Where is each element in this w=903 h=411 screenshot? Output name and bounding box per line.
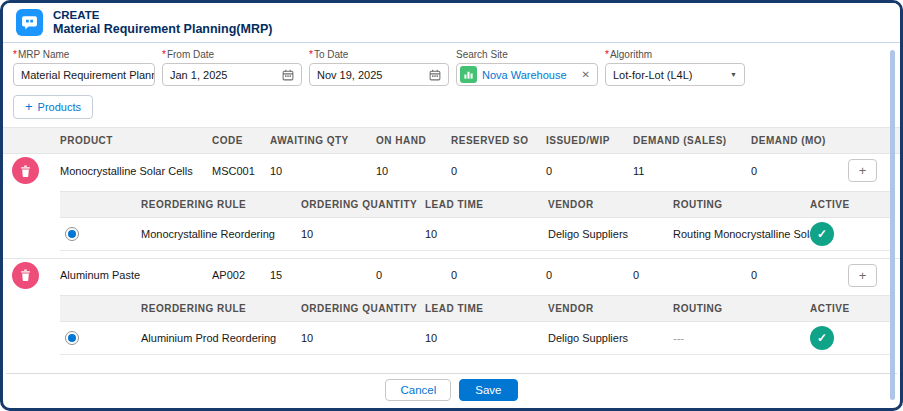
rule-row: Aluminium Prod Reordering 10 10 Deligo S… [60,322,890,355]
col-routing: ROUTING [673,296,810,321]
trash-icon [20,269,31,281]
rule-radio-selected[interactable] [65,227,79,241]
col-product: PRODUCT [60,128,212,153]
modal-titles: CREATE Material Requirement Planning(MRP… [53,8,272,38]
col-active: ACTIVE [810,296,890,321]
rules-table-header: REORDERING RULE ORDERING QUANTITY LEAD T… [60,191,890,218]
cancel-button[interactable]: Cancel [385,379,451,401]
add-products-button[interactable]: + Products [13,95,93,119]
demand-sales-value: 0 [633,269,751,281]
from-date-label: From Date [162,49,302,60]
mrp-name-field-group: MRP Name Material Requirement Planning [13,49,155,86]
mrp-name-input[interactable]: Material Requirement Planning [13,63,155,86]
lead-time-value: 10 [425,228,548,240]
col-vendor: VENDOR [548,296,673,321]
col-code: CODE [212,128,270,153]
col-ordering-quantity: ORDERING QUANTITY [301,192,425,217]
on-hand-value: 0 [376,269,451,281]
vertical-scrollbar[interactable] [890,50,895,400]
mrp-name-label: MRP Name [13,49,155,60]
trash-icon [20,165,31,177]
col-lead-time: LEAD TIME [425,192,548,217]
products-toolbar: + Products [3,93,900,127]
demand-sales-value: 11 [633,165,751,177]
search-site-field-group: Search Site Nova Warehouse ✕ [456,49,598,86]
col-demand-sales: DEMAND (SALES) [633,128,751,153]
ordering-quantity-value: 10 [301,332,425,344]
issued-wip-value: 0 [546,165,633,177]
mrp-create-modal: CREATE Material Requirement Planning(MRP… [0,0,903,411]
from-date-field-group: From Date Jan 1, 2025 [162,49,302,86]
selected-site-link[interactable]: Nova Warehouse [482,69,576,81]
active-check-icon: ✓ [810,326,834,350]
col-ordering-quantity: ORDERING QUANTITY [301,296,425,321]
filter-form: MRP Name Material Requirement Planning F… [3,43,900,93]
col-reordering-rule: REORDERING RULE [141,192,301,217]
calendar-icon[interactable] [282,69,294,81]
routing-value: Routing Monocrystalline Solar Cells [673,228,810,240]
product-code: AP002 [212,269,270,281]
awaiting-qty-value: 15 [270,269,376,281]
rules-table-header: REORDERING RULE ORDERING QUANTITY LEAD T… [60,295,890,322]
plus-icon: + [859,164,867,177]
issued-wip-value: 0 [546,269,633,281]
product-table-header: PRODUCT CODE AWAITING QTY ON HAND RESERV… [3,127,900,154]
col-reordering-rule: REORDERING RULE [141,296,301,321]
vendor-value: Deligo Suppliers [548,228,673,240]
product-name: Aluminum Paste [60,269,212,281]
modal-footer: Cancel Save [6,373,897,405]
demand-mo-value: 0 [751,165,848,177]
mrp-app-icon [16,9,43,36]
awaiting-qty-value: 10 [270,165,376,177]
rule-name: Monocrystalline Reordering [141,228,301,240]
col-issued-wip: ISSUED/WIP [546,128,633,153]
clear-site-icon[interactable]: ✕ [582,69,590,80]
product-row-aluminum-paste: Aluminum Paste AP002 15 0 0 0 0 0 + [3,258,900,291]
to-date-field-group: To Date Nov 19, 2025 [309,49,449,86]
col-vendor: VENDOR [548,192,673,217]
demand-mo-value: 0 [751,269,848,281]
vendor-value: Deligo Suppliers [548,332,673,344]
calendar-icon[interactable] [429,69,441,81]
rule-name: Aluminium Prod Reordering [141,332,301,344]
reserved-so-value: 0 [451,165,546,177]
add-rule-button[interactable]: + [848,264,877,287]
chat-bubble-icon [21,14,38,31]
from-date-input[interactable]: Jan 1, 2025 [162,63,302,86]
col-lead-time: LEAD TIME [425,296,548,321]
chevron-down-icon: ▼ [730,71,737,78]
save-button[interactable]: Save [459,379,517,401]
col-active: ACTIVE [810,192,890,217]
modal-eyebrow: CREATE [53,8,272,22]
product-name: Monocrystalline Solar Cells [60,165,212,177]
modal-header: CREATE Material Requirement Planning(MRP… [3,3,900,43]
search-site-label: Search Site [456,49,598,60]
reordering-rules-table: REORDERING RULE ORDERING QUANTITY LEAD T… [60,295,890,355]
plus-icon: + [859,269,867,282]
lead-time-value: 10 [425,332,548,344]
to-date-label: To Date [309,49,449,60]
col-on-hand: ON HAND [376,128,451,153]
page-title: Material Requirement Planning(MRP) [53,22,272,38]
search-site-lookup[interactable]: Nova Warehouse ✕ [456,63,598,86]
on-hand-value: 10 [376,165,451,177]
plus-icon: + [25,102,33,112]
delete-product-button[interactable] [12,262,39,289]
delete-product-button[interactable] [12,157,39,184]
col-routing: ROUTING [673,192,810,217]
algorithm-label: Algorithm [605,49,745,60]
rule-radio-selected[interactable] [65,331,79,345]
to-date-input[interactable]: Nov 19, 2025 [309,63,449,86]
active-check-icon: ✓ [810,222,834,246]
product-row-monocrystalline: Monocrystalline Solar Cells MSC001 10 10… [3,154,900,187]
rule-row: Monocrystalline Reordering 10 10 Deligo … [60,218,890,251]
algorithm-select[interactable]: Lot-for-Lot (L4L) ▼ [605,63,745,86]
routing-value: --- [673,332,810,344]
warehouse-icon [460,66,477,83]
reserved-so-value: 0 [451,269,546,281]
reordering-rules-table: REORDERING RULE ORDERING QUANTITY LEAD T… [60,191,890,251]
algorithm-field-group: Algorithm Lot-for-Lot (L4L) ▼ [605,49,745,86]
add-rule-button[interactable]: + [848,159,877,182]
col-reserved-so: RESERVED SO [451,128,546,153]
col-demand-mo: DEMAND (MO) [751,128,848,153]
